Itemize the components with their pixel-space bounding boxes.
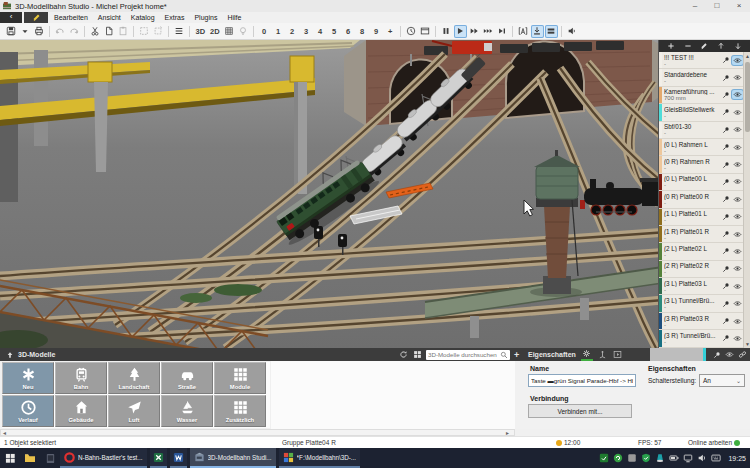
- toolbar-pause-button[interactable]: [440, 25, 453, 38]
- category-tile-bahn[interactable]: Bahn: [55, 362, 107, 394]
- layer-row[interactable]: (0 R) Platte00 R -: [659, 191, 744, 208]
- layer-pin-icon[interactable]: [721, 282, 730, 291]
- scroll-down-icon[interactable]: ▼: [744, 340, 750, 348]
- layer-row[interactable]: (2 R) Platte02 R -: [659, 261, 744, 278]
- layer-row[interactable]: (3 R) Tunnel/Brü... -: [659, 330, 744, 347]
- layer-row[interactable]: Standardebene -: [659, 69, 744, 86]
- properties-tab[interactable]: Eigenschaften: [528, 351, 576, 358]
- remove-layer-icon[interactable]: [682, 41, 694, 51]
- layer-visibility-icon[interactable]: [732, 230, 743, 239]
- toolbar-add-camera-button[interactable]: +: [384, 25, 397, 38]
- layers-scrollbar[interactable]: ▲ ▼: [743, 52, 750, 348]
- category-tile-wasser[interactable]: Wasser: [161, 395, 213, 427]
- taskbar-explorer-file[interactable]: *F:\Modellbahn\3D-...: [279, 448, 361, 468]
- taskbar-word[interactable]: [170, 448, 187, 468]
- toolbar-row-mode-button[interactable]: [545, 25, 558, 38]
- layer-row[interactable]: GleisBildStellwerk -: [659, 104, 744, 121]
- add-model-button[interactable]: +: [514, 350, 519, 360]
- panel-splitter[interactable]: [703, 348, 706, 361]
- menu-item-ansicht[interactable]: Ansicht: [98, 14, 121, 21]
- pinned-app-icon[interactable]: [40, 448, 60, 468]
- layer-visibility-icon[interactable]: [732, 90, 743, 99]
- toolbar-redo-button[interactable]: [68, 25, 81, 38]
- toolbar-play-button[interactable]: [454, 25, 467, 38]
- toolbar-save-options-button[interactable]: [19, 25, 32, 38]
- category-tile-verlauf[interactable]: Verlauf: [2, 395, 54, 427]
- category-tile-module[interactable]: Module: [214, 362, 266, 394]
- toolbar-undo-button[interactable]: [54, 25, 67, 38]
- toolbar-camera-9-button[interactable]: 9: [370, 25, 383, 38]
- toolbar-object-list-button[interactable]: [173, 25, 186, 38]
- minimize-button[interactable]: –: [684, 0, 706, 12]
- layer-pin-icon[interactable]: [721, 247, 730, 256]
- start-button[interactable]: [0, 448, 20, 468]
- menu-item-plugins[interactable]: Plugins: [194, 14, 217, 21]
- layer-visibility-icon[interactable]: [732, 56, 743, 65]
- layer-row[interactable]: (0 R) Rahmen R -: [659, 156, 744, 173]
- toolbar-camera-5-button[interactable]: 5: [328, 25, 341, 38]
- taskbar-studio[interactable]: 3D-Modellbahn Studi...: [190, 448, 276, 468]
- layer-visibility-icon[interactable]: [732, 160, 743, 169]
- layer-row[interactable]: Sbf/01-30 -: [659, 122, 744, 139]
- layer-row[interactable]: (3 L) Tunnel/Brü... -: [659, 295, 744, 312]
- layer-visibility-icon[interactable]: [732, 317, 743, 326]
- tray-antivirus-shield-icon[interactable]: [640, 453, 651, 464]
- pin-icon[interactable]: [712, 351, 721, 359]
- layer-pin-icon[interactable]: [721, 125, 730, 134]
- layer-pin-icon[interactable]: [721, 334, 730, 343]
- scrollbar-thumb[interactable]: [745, 62, 750, 132]
- tray-keyboard-icon[interactable]: [710, 453, 721, 464]
- toolbar-grid-toggle-button[interactable]: [223, 25, 236, 38]
- tray-app-green-icon[interactable]: [598, 453, 609, 464]
- toolbar-event-manager-button[interactable]: [405, 25, 418, 38]
- layer-pin-icon[interactable]: [721, 160, 730, 169]
- layer-row[interactable]: (0 L) Rahmen L -: [659, 139, 744, 156]
- toolbar-sound-button[interactable]: [566, 25, 579, 38]
- layer-row[interactable]: (0 L) Platte00 L -: [659, 174, 744, 191]
- add-layer-icon[interactable]: [665, 41, 677, 51]
- properties-gear-tab[interactable]: [581, 348, 593, 361]
- category-tile-luft[interactable]: Luft: [108, 395, 160, 427]
- layer-visibility-icon[interactable]: [732, 212, 743, 221]
- layer-pin-icon[interactable]: [721, 73, 730, 82]
- menu-item-bearbeiten[interactable]: Bearbeiten: [54, 14, 88, 21]
- tray-network-icon[interactable]: [682, 453, 693, 464]
- toolbar-auto-text-button[interactable]: [517, 25, 530, 38]
- toolbar-selection-scale-button[interactable]: [138, 25, 151, 38]
- category-tile-gebäude[interactable]: Gebäude: [55, 395, 107, 427]
- layer-pin-icon[interactable]: [721, 90, 730, 99]
- layer-visibility-icon[interactable]: [732, 73, 743, 82]
- layer-pin-icon[interactable]: [721, 56, 730, 65]
- tray-updater-icon[interactable]: [612, 453, 623, 464]
- rename-layer-icon[interactable]: [698, 41, 710, 51]
- layer-row[interactable]: Kameraführung ... 700 mm: [659, 87, 744, 104]
- horizontal-scrollbar[interactable]: ◄ ►: [0, 429, 515, 436]
- toolbar-light-toggle-button[interactable]: [237, 25, 250, 38]
- toolbar-selection-rotate-button[interactable]: [152, 25, 165, 38]
- link-icon[interactable]: [737, 350, 747, 359]
- toolbar-camera-2-button[interactable]: 2: [286, 25, 299, 38]
- close-button[interactable]: ×: [728, 0, 750, 12]
- category-tile-zusätzlich[interactable]: Zusätzlich: [214, 395, 266, 427]
- scroll-up-icon[interactable]: ▲: [744, 52, 750, 60]
- tray-battery-icon[interactable]: [668, 453, 679, 464]
- category-tile-neu[interactable]: Neu: [2, 362, 54, 394]
- menu-item-hilfe[interactable]: Hilfe: [227, 14, 241, 21]
- taskbar-opera[interactable]: N-Bahn-Bastler's test...: [60, 448, 147, 468]
- layer-pin-icon[interactable]: [721, 195, 730, 204]
- tray-settings-icon[interactable]: [626, 453, 637, 464]
- object-name-input[interactable]: [528, 374, 636, 387]
- layer-row[interactable]: (3 R) Platte03 R -: [659, 313, 744, 330]
- toolbar-camera-4-button[interactable]: 4: [314, 25, 327, 38]
- category-tile-landschaft[interactable]: Landschaft: [108, 362, 160, 394]
- layer-visibility-icon[interactable]: [732, 195, 743, 204]
- layer-visibility-icon[interactable]: [732, 177, 743, 186]
- tray-media-cone-icon[interactable]: [654, 453, 665, 464]
- layer-row[interactable]: !!! TEST !!! -: [659, 52, 744, 69]
- layer-row[interactable]: (2 L) Platte02 L -: [659, 243, 744, 260]
- edit-mode-tab[interactable]: [24, 12, 48, 23]
- toolbar-new-page-button[interactable]: [103, 25, 116, 38]
- menu-item-extras[interactable]: Extras: [165, 14, 185, 21]
- move-layer-down-icon[interactable]: [732, 41, 744, 51]
- layer-pin-icon[interactable]: [721, 143, 730, 152]
